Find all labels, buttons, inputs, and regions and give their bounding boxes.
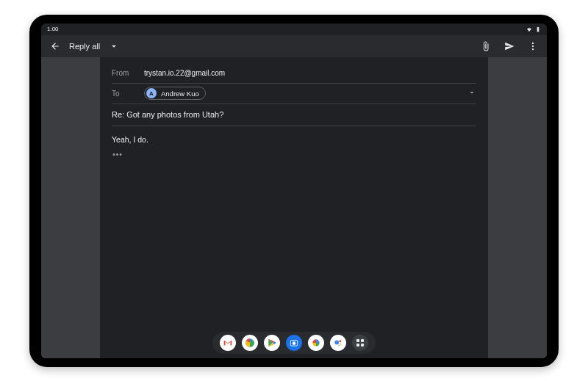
compose-panel: From trystan.io.22@gmail.com To A Andrew… [100, 57, 488, 358]
recipient-chip[interactable]: A Andrew Kuo [144, 87, 206, 100]
svg-point-5 [293, 341, 296, 345]
body-text: Yeah, I do. [112, 134, 476, 146]
status-bar: 1:00 [41, 23, 547, 35]
status-time: 1:00 [47, 26, 59, 32]
taskbar-app-photos[interactable] [308, 335, 324, 351]
svg-point-1 [532, 45, 534, 46]
subject-text: Re: Got any photos from Utah? [112, 110, 223, 119]
to-row[interactable]: To A Andrew Kuo [112, 84, 476, 104]
taskbar-app-camera[interactable] [286, 335, 302, 351]
avatar: A [146, 88, 157, 98]
back-button[interactable] [49, 40, 62, 53]
from-row[interactable]: From trystan.io.22@gmail.com [112, 63, 476, 84]
app-bar-title: Reply all [69, 42, 100, 51]
tablet-frame: 1:00 Reply all [29, 15, 559, 367]
compose-body[interactable]: Yeah, I do. ••• [112, 126, 476, 358]
reply-mode-dropdown[interactable] [107, 40, 121, 53]
svg-point-7 [334, 340, 339, 344]
taskbar [212, 332, 376, 354]
battery-icon [535, 26, 541, 32]
taskbar-app-chrome[interactable] [242, 335, 258, 351]
svg-point-0 [532, 42, 534, 43]
expand-recipients-button[interactable] [467, 88, 476, 98]
screen: 1:00 Reply all [41, 23, 547, 358]
taskbar-app-play[interactable] [264, 335, 280, 351]
svg-point-10 [338, 344, 339, 345]
show-quoted-text-button[interactable]: ••• [112, 151, 123, 159]
right-gutter [488, 57, 547, 358]
app-bar: Reply all [41, 35, 547, 57]
subject-row[interactable]: Re: Got any photos from Utah? [112, 104, 476, 126]
taskbar-app-assistant[interactable] [330, 335, 346, 351]
overflow-menu-button[interactable] [526, 40, 539, 53]
to-label: To [112, 90, 137, 98]
content-area: From trystan.io.22@gmail.com To A Andrew… [41, 57, 547, 358]
svg-point-9 [340, 343, 341, 344]
from-label: From [112, 69, 137, 77]
svg-point-2 [532, 48, 534, 49]
send-button[interactable] [503, 40, 516, 53]
status-right [526, 26, 541, 32]
svg-point-8 [339, 340, 341, 342]
from-address: trystan.io.22@gmail.com [144, 69, 225, 77]
left-gutter [41, 57, 100, 358]
app-drawer-button[interactable] [352, 335, 368, 351]
recipient-name: Andrew Kuo [161, 90, 199, 98]
attach-button[interactable] [479, 40, 492, 53]
wifi-icon [526, 26, 532, 32]
taskbar-app-gmail[interactable] [220, 335, 236, 351]
